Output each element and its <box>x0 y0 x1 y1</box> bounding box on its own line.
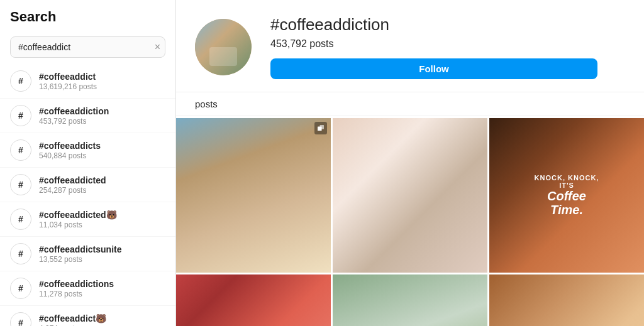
follow-button[interactable]: Follow <box>270 58 597 79</box>
hash-icon: # <box>10 70 31 92</box>
hashtag-list-item[interactable]: # #coffeeaddict 13,619,216 posts <box>0 64 175 99</box>
tag-posts: 13,552 posts <box>39 255 121 264</box>
tag-name: #coffeeaddict <box>39 72 97 82</box>
tag-name: #coffeeaddiction <box>39 106 109 116</box>
photo-cell[interactable] <box>176 118 331 273</box>
tag-posts: 540,884 posts <box>39 151 101 160</box>
tag-posts: 13,619,216 posts <box>39 82 97 91</box>
clear-search-button[interactable]: × <box>155 42 160 52</box>
coffee-text: Coffee <box>547 189 586 203</box>
hash-icon: # <box>10 139 31 161</box>
hash-icon: # <box>10 278 31 299</box>
hashtag-list-item[interactable]: # #coffeeaddicted 254,287 posts <box>0 168 175 202</box>
tag-name: #coffeeaddict🐻 <box>39 313 106 323</box>
coffee-types-overlay: 1. Americano Caffè latte 2. Cappuccino F… <box>489 274 644 326</box>
hashtag-info: #coffeeaddicts 540,884 posts <box>39 141 101 160</box>
hashtag-list-item[interactable]: # #coffeeaddictsunite 13,552 posts <box>0 237 175 271</box>
hash-icon: # <box>10 243 31 264</box>
hashtag-list-item[interactable]: # #coffeeaddict🐻 4,974 posts <box>0 306 175 326</box>
search-box: × <box>10 36 165 58</box>
hashtag-list: # #coffeeaddict 13,619,216 posts # #coff… <box>0 64 175 326</box>
photo-cell[interactable]: 1. Americano Caffè latte 2. Cappuccino F… <box>489 274 644 326</box>
knock-text: KNOCK, KNOCK, <box>535 174 599 182</box>
hash-icon: # <box>10 209 31 230</box>
hashtag-info: #coffeeaddictions 11,278 posts <box>39 279 114 298</box>
sidebar-header: Search <box>0 0 175 31</box>
photo-cell[interactable] <box>176 274 331 326</box>
tag-posts: 4,974 posts <box>39 324 106 327</box>
hashtag-list-item[interactable]: # #coffeeaddicted🐻 11,034 posts <box>0 202 175 237</box>
hash-icon: # <box>10 174 31 195</box>
photo-cell[interactable] <box>333 118 487 273</box>
tag-posts: 453,792 posts <box>39 117 109 126</box>
time-text: Time. <box>550 203 583 217</box>
tag-name: #coffeeaddictsunite <box>39 244 121 254</box>
tag-name: #coffeeaddicts <box>39 141 101 151</box>
post-count: 453,792 posts <box>270 38 597 50</box>
sidebar-title: Search <box>10 9 165 25</box>
its-text: IT'S <box>559 182 574 189</box>
sidebar: Search × # #coffeeaddict 13,619,216 post… <box>0 0 176 326</box>
profile-header: #coffeeaddiction 453,792 posts Follow <box>176 0 644 92</box>
photo-cell[interactable] <box>333 274 487 326</box>
photo-grid: KNOCK, KNOCK, IT'S Coffee Time. 1. Ameri… <box>176 116 644 326</box>
search-input[interactable] <box>10 36 165 58</box>
svg-rect-1 <box>320 125 325 129</box>
tag-posts: 11,034 posts <box>39 220 117 229</box>
photo-cell[interactable]: KNOCK, KNOCK, IT'S Coffee Time. <box>489 118 644 273</box>
multi-photo-icon <box>314 122 327 134</box>
tag-posts: 11,278 posts <box>39 290 114 298</box>
hashtag-list-item[interactable]: # #coffeeaddiction 453,792 posts <box>0 99 175 133</box>
hashtag-info: #coffeeaddict🐻 4,974 posts <box>39 313 106 327</box>
hashtag-info: #coffeeaddict 13,619,216 posts <box>39 72 97 91</box>
tag-posts: 254,287 posts <box>39 186 106 195</box>
hashtag-info: #coffeeaddiction 453,792 posts <box>39 106 109 126</box>
profile-info: #coffeeaddiction 453,792 posts Follow <box>270 15 597 79</box>
hashtag-list-item[interactable]: # #coffeeaddicts 540,884 posts <box>0 133 175 168</box>
tag-name: #coffeeaddictions <box>39 279 114 289</box>
tag-name: #coffeeaddicted <box>39 175 106 185</box>
main-content: #coffeeaddiction 453,792 posts Follow po… <box>176 0 644 326</box>
coffee-time-overlay: KNOCK, KNOCK, IT'S Coffee Time. <box>489 118 644 273</box>
hashtag-list-item[interactable]: # #coffeeaddictions 11,278 posts <box>0 271 175 306</box>
hash-icon: # <box>10 312 31 326</box>
hashtag-info: #coffeeaddicted🐻 11,034 posts <box>39 210 117 229</box>
posts-section-label: posts <box>176 92 644 116</box>
hashtag-info: #coffeeaddictsunite 13,552 posts <box>39 244 121 264</box>
hashtag-info: #coffeeaddicted 254,287 posts <box>39 175 106 195</box>
avatar <box>195 19 252 75</box>
profile-hashtag: #coffeeaddiction <box>270 15 597 35</box>
tag-name: #coffeeaddicted🐻 <box>39 210 117 220</box>
hash-icon: # <box>10 105 31 126</box>
